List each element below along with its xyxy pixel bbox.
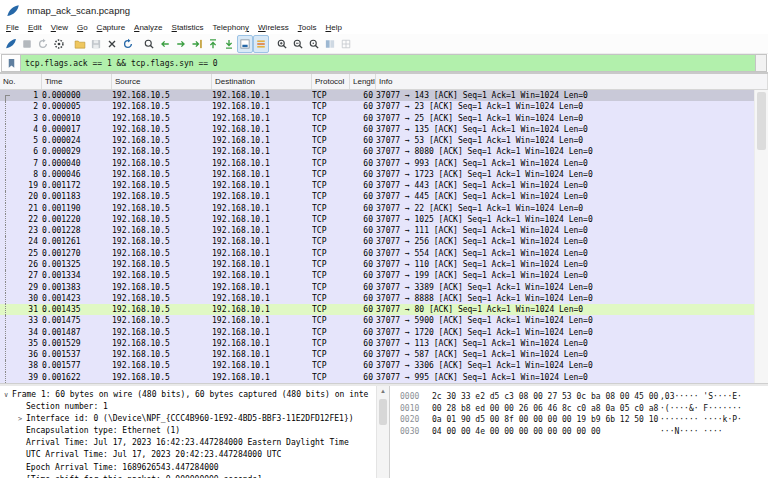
hex-row[interactable]: 003004 00 00 4e 00 00 00 00 00 00 00 00·… (400, 426, 768, 438)
packet-row[interactable]: 220.001220192.168.10.5192.168.10.1TCP603… (0, 214, 755, 225)
packet-row[interactable]: 20.000005192.168.10.5192.168.10.1TCP6037… (0, 101, 755, 112)
cell-time: 0.001622 (42, 372, 112, 383)
menu-file[interactable]: File (6, 23, 19, 32)
zoom-original-button[interactable] (306, 35, 322, 53)
menu-analyze[interactable]: Analyze (134, 23, 162, 32)
start-capture-button[interactable] (3, 35, 19, 53)
detail-tree-item[interactable]: ∨Frame 1: 60 bytes on wire (480 bits), 6… (0, 389, 377, 401)
colorize-packets-button[interactable] (253, 35, 269, 53)
go-last-packet-button[interactable] (221, 35, 237, 53)
packet-row[interactable]: 70.000040192.168.10.5192.168.10.1TCP6037… (0, 158, 755, 169)
menu-view[interactable]: View (51, 23, 68, 32)
column-header-time[interactable]: Time (42, 74, 112, 89)
menu-capture[interactable]: Capture (97, 23, 125, 32)
auto-scroll-button[interactable] (237, 35, 253, 53)
cell-src: 192.168.10.5 (112, 315, 212, 326)
menu-telephony[interactable]: Telephony (213, 23, 249, 32)
capture-options-button[interactable] (51, 35, 67, 53)
cell-no: 35 (12, 338, 42, 349)
packet-row[interactable]: 260.001325192.168.10.5192.168.10.1TCP603… (0, 259, 755, 270)
reload-file-button[interactable] (120, 35, 136, 53)
cell-no: 8 (12, 169, 42, 180)
menu-help[interactable]: Help (325, 23, 341, 32)
column-header-no[interactable]: No. (0, 74, 42, 89)
detail-tree-item[interactable]: Encapsulation type: Ethernet (1) (0, 425, 377, 437)
display-filter-input[interactable]: tcp.flags.ack == 1 && tcp.flags.syn == 0 (21, 54, 756, 72)
packet-row[interactable]: 60.000029192.168.10.5192.168.10.1TCP6037… (0, 146, 755, 157)
cell-len: 60 (350, 259, 376, 270)
hex-row[interactable]: 00200a 01 90 d5 00 8f 00 00 00 00 19 b9 … (400, 414, 768, 426)
go-first-packet-button[interactable] (205, 35, 221, 53)
cell-dst: 192.168.10.1 (212, 169, 312, 180)
cell-proto: TCP (312, 248, 350, 259)
find-packet-button[interactable] (141, 35, 157, 53)
menu-go[interactable]: Go (77, 23, 88, 32)
menu-edit[interactable]: Edit (28, 23, 42, 32)
packet-row[interactable]: 300.001423192.168.10.5192.168.10.1TCP603… (0, 293, 755, 304)
column-header-lengtl[interactable]: Lengtl (350, 74, 376, 89)
packet-row[interactable]: 30.000010192.168.10.5192.168.10.1TCP6037… (0, 113, 755, 124)
scrollbar-thumb[interactable] (757, 92, 766, 150)
packet-row[interactable]: 390.001622192.168.10.5192.168.10.1TCP603… (0, 372, 755, 383)
packet-row[interactable]: 240.001261192.168.10.5192.168.10.1TCP603… (0, 236, 755, 247)
cell-proto: TCP (312, 169, 350, 180)
open-file-button[interactable] (72, 35, 88, 53)
scrollbar-thumb[interactable] (379, 399, 387, 425)
collapsed-icon[interactable]: > (14, 413, 26, 425)
filter-dropdown-button[interactable] (756, 54, 767, 72)
packet-row[interactable]: 340.001487192.168.10.5192.168.10.1TCP603… (0, 327, 755, 338)
packet-row[interactable]: 360.001537192.168.10.5192.168.10.1TCP603… (0, 349, 755, 360)
packet-row[interactable]: 230.001228192.168.10.5192.168.10.1TCP603… (0, 225, 755, 236)
go-to-packet-button[interactable] (189, 35, 205, 53)
packet-row[interactable]: 200.001183192.168.10.5192.168.10.1TCP603… (0, 191, 755, 202)
scroll-up-icon[interactable]: ▲ (377, 386, 389, 397)
cell-len: 60 (350, 372, 376, 383)
packet-row[interactable]: 40.000017192.168.10.5192.168.10.1TCP6037… (0, 124, 755, 135)
go-forward-button[interactable] (173, 35, 189, 53)
packet-row[interactable]: 290.001383192.168.10.5192.168.10.1TCP603… (0, 282, 755, 293)
menu-statistics[interactable]: Statistics (172, 23, 204, 32)
details-scrollbar[interactable]: ▲ (376, 386, 389, 478)
cell-dst: 192.168.10.1 (212, 315, 312, 326)
packet-row[interactable]: 10.000000192.168.10.5192.168.10.1TCP6037… (0, 90, 755, 101)
menu-tools[interactable]: Tools (298, 23, 317, 32)
packet-row[interactable]: 190.001172192.168.10.5192.168.10.1TCP603… (0, 180, 755, 191)
cell-src: 192.168.10.5 (112, 236, 212, 247)
packet-row[interactable]: 50.000024192.168.10.5192.168.10.1TCP6037… (0, 135, 755, 146)
filter-bookmark-button[interactable] (1, 54, 21, 72)
packet-row[interactable]: 310.001435192.168.10.5192.168.10.1TCP603… (0, 304, 755, 315)
packet-row[interactable]: 250.001270192.168.10.5192.168.10.1TCP603… (0, 248, 755, 259)
packet-row[interactable]: 270.001334192.168.10.5192.168.10.1TCP603… (0, 270, 755, 281)
packet-list-scrollbar[interactable] (754, 90, 768, 383)
column-header-destination[interactable]: Destination (212, 74, 312, 89)
hex-row[interactable]: 00002c 30 33 e2 d5 c3 08 00 27 53 0c ba … (400, 391, 768, 403)
packet-row[interactable]: 350.001529192.168.10.5192.168.10.1TCP603… (0, 338, 755, 349)
detail-tree-item[interactable]: Arrival Time: Jul 17, 2023 16:42:23.4472… (0, 437, 377, 449)
resize-columns-button[interactable] (322, 35, 338, 53)
column-header-source[interactable]: Source (112, 74, 212, 89)
related-packet-marker (0, 90, 12, 101)
hex-row[interactable]: 001000 28 b8 ed 00 00 26 06 46 8c c0 a8 … (400, 403, 768, 415)
detail-tree-item[interactable]: Section number: 1 (0, 401, 377, 413)
zoom-in-button[interactable] (274, 35, 290, 53)
cell-len: 60 (350, 135, 376, 146)
cell-proto: TCP (312, 372, 350, 383)
detail-tree-item[interactable]: UTC Arrival Time: Jul 17, 2023 20:42:23.… (0, 449, 377, 461)
cell-dst: 192.168.10.1 (212, 293, 312, 304)
cell-src: 192.168.10.5 (112, 124, 212, 135)
cell-time: 0.001220 (42, 214, 112, 225)
detail-tree-item[interactable]: [Time shift for this packet: 0.000000000… (0, 474, 377, 478)
packet-row[interactable]: 80.000046192.168.10.5192.168.10.1TCP6037… (0, 169, 755, 180)
packet-row[interactable]: 380.001577192.168.10.5192.168.10.1TCP603… (0, 360, 755, 371)
detail-tree-item[interactable]: Epoch Arrival Time: 1689626543.447284000 (0, 462, 377, 474)
menu-wireless[interactable]: Wireless (258, 23, 289, 32)
column-header-info[interactable]: Info (376, 74, 768, 89)
detail-tree-item[interactable]: >Interface id: 0 (\Device\NPF_{CCC4B960-… (0, 413, 377, 425)
expanded-icon[interactable]: ∨ (0, 389, 12, 401)
close-file-button[interactable] (104, 35, 120, 53)
packet-row[interactable]: 330.001475192.168.10.5192.168.10.1TCP603… (0, 315, 755, 326)
zoom-out-button[interactable] (290, 35, 306, 53)
packet-row[interactable]: 210.001190192.168.10.5192.168.10.1TCP603… (0, 203, 755, 214)
go-back-button[interactable] (157, 35, 173, 53)
column-header-protocol[interactable]: Protocol (312, 74, 350, 89)
